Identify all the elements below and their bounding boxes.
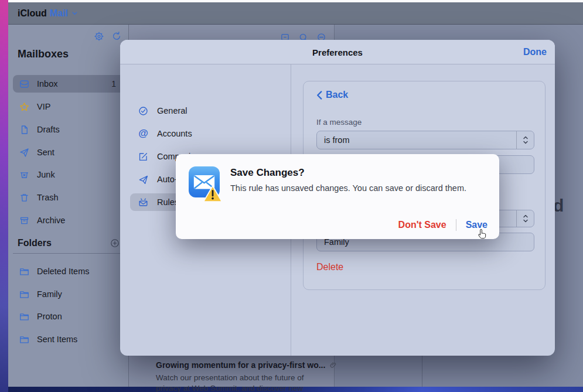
sidebar-item-label: Sent (37, 148, 54, 157)
stepper-chevrons-icon (516, 131, 534, 149)
accounts-at-icon: @ (138, 128, 149, 139)
folders-heading: Folders (18, 238, 52, 248)
archive-icon (19, 215, 30, 226)
content-pane-divider (422, 356, 422, 387)
sidebar-item-vip[interactable]: VIP (8, 98, 129, 115)
button-divider (456, 219, 456, 231)
folder-icon (19, 334, 30, 345)
sidebar-item-trash[interactable]: Trash (8, 189, 129, 206)
unread-count-badge: 1 (111, 79, 116, 88)
junk-icon (19, 169, 30, 180)
sidebar-item-label: Sent Items (37, 335, 77, 344)
dialog-title: Save Changes? (230, 167, 305, 179)
icloud-mail-screen: iCloud Mail Mailboxes Inbox 1 VIP Drafts (0, 0, 583, 392)
sidebar-item-label: Trash (37, 193, 59, 202)
sidebar-item-sent[interactable]: Sent (8, 144, 129, 161)
condition-label: If a message (316, 118, 362, 127)
app-switcher[interactable]: Mail (50, 8, 68, 19)
folder-icon (19, 311, 30, 322)
pref-nav-label: General (157, 106, 187, 115)
stepper-chevrons-icon (516, 210, 534, 227)
pref-nav-accounts[interactable]: @ Accounts (120, 125, 291, 142)
composing-icon (138, 151, 149, 162)
done-button[interactable]: Done (523, 40, 547, 64)
save-changes-dialog: Save Changes? This rule has unsaved chan… (176, 154, 499, 239)
dialog-message: This rule has unsaved changes. You can s… (230, 183, 491, 193)
vip-star-icon (19, 101, 30, 113)
drafts-icon (19, 124, 30, 135)
sent-icon (19, 147, 30, 158)
add-folder-button[interactable] (110, 238, 120, 248)
sidebar-item-drafts[interactable]: Drafts (8, 121, 129, 138)
delete-rule-button[interactable]: Delete (316, 262, 343, 272)
desktop-wallpaper-strip (0, 0, 8, 392)
preferences-title: Preferences (120, 40, 555, 64)
chevron-down-icon[interactable] (71, 9, 79, 17)
preview-subject-row[interactable]: Growing momentum for a privacy-first wo.… (156, 360, 337, 370)
sidebar-item-label: Deleted Items (37, 267, 89, 276)
back-button[interactable]: Back (315, 90, 348, 100)
sidebar-folder-deleted-items[interactable]: Deleted Items (8, 263, 129, 280)
mailboxes-heading: Mailboxes (18, 48, 69, 60)
sidebar-item-label: VIP (37, 102, 50, 111)
general-check-icon (138, 105, 149, 117)
pref-nav-general[interactable]: General (120, 102, 291, 120)
folder-icon (19, 289, 30, 300)
pref-nav-label: Accounts (157, 129, 192, 138)
sidebar-item-label: Junk (37, 170, 55, 179)
condition-select[interactable]: is from (316, 131, 534, 149)
sidebar-folder-proton[interactable]: Proton (8, 308, 129, 325)
icloud-brand: iCloud (18, 8, 47, 19)
auto-reply-icon (138, 174, 149, 185)
dialog-buttons: Don't Save Save (398, 219, 487, 231)
dont-save-button[interactable]: Don't Save (398, 220, 446, 230)
chevron-left-icon (315, 90, 323, 100)
trash-icon (19, 192, 30, 203)
refresh-icon[interactable] (111, 31, 122, 42)
sidebar-item-label: Drafts (37, 125, 60, 134)
paperclip-icon (329, 361, 337, 369)
pointer-hand-cursor (476, 227, 489, 241)
condition-select-value: is from (324, 135, 350, 145)
sidebar-item-label: Proton (37, 312, 62, 321)
rules-icon (138, 197, 149, 208)
sidebar-item-label: Family (37, 289, 62, 299)
settings-gear-icon[interactable] (94, 31, 104, 42)
sidebar-item-archive[interactable]: Archive (8, 212, 129, 229)
app-header-bar: iCloud Mail (8, 2, 583, 25)
back-label: Back (326, 90, 348, 100)
sidebar-folder-sent-items[interactable]: Sent Items (8, 330, 129, 348)
sidebar-item-inbox[interactable]: Inbox 1 (13, 75, 127, 93)
warning-triangle-icon (203, 185, 223, 203)
sidebar-item-label: Inbox (37, 79, 57, 88)
sidebar-item-label: Archive (37, 216, 65, 225)
inbox-icon (19, 79, 30, 90)
preview-snippet-line2: privacy at Web Summit, and discover new (156, 384, 303, 392)
sidebar-folder-family[interactable]: Family (8, 285, 129, 303)
preview-subject-text: Growing momentum for a privacy-first wo.… (156, 360, 325, 370)
preview-snippet-line1: Watch our presentation about the future … (156, 373, 304, 382)
folders-divider (13, 253, 125, 254)
sidebar-item-junk[interactable]: Junk (8, 166, 129, 183)
folder-icon (19, 266, 30, 277)
